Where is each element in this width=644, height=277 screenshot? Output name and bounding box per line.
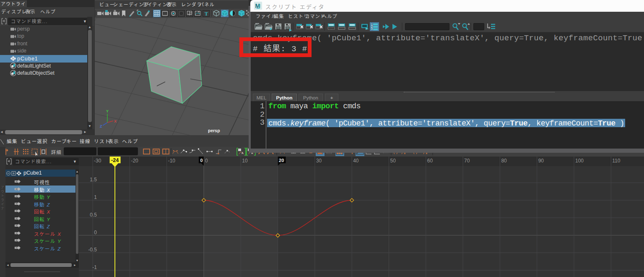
svg-text:70: 70 (464, 158, 470, 164)
svg-text:1: 1 (94, 194, 97, 200)
svg-text:-24: -24 (111, 157, 119, 163)
svg-text:A: A (242, 152, 244, 154)
svg-text:110: 110 (612, 158, 620, 164)
svg-text:persp: persp (208, 128, 220, 133)
svg-text:-0.5: -0.5 (88, 247, 97, 253)
svg-text:X: X (114, 119, 117, 123)
svg-text:123: 123 (371, 23, 373, 30)
svg-text:10: 10 (242, 158, 248, 164)
svg-text:-10: -10 (168, 158, 176, 164)
svg-text:40: 40 (353, 158, 359, 164)
svg-text:60: 60 (427, 158, 433, 164)
svg-text:90: 90 (538, 158, 544, 164)
svg-text:50: 50 (390, 158, 396, 164)
svg-text:80: 80 (501, 158, 507, 164)
svg-text:T: T (205, 11, 208, 17)
svg-text:0: 0 (205, 158, 208, 164)
svg-text:0.5: 0.5 (90, 212, 97, 218)
svg-text:Y: Y (106, 109, 109, 113)
svg-text:-1: -1 (92, 264, 97, 270)
svg-text:20: 20 (279, 158, 284, 163)
svg-text:0: 0 (200, 158, 203, 163)
svg-text:30: 30 (316, 158, 322, 164)
svg-text:1.5: 1.5 (90, 177, 97, 183)
svg-text:100: 100 (575, 158, 584, 164)
svg-text:0: 0 (94, 230, 97, 235)
svg-text:Z: Z (100, 124, 102, 128)
svg-text:-20: -20 (131, 158, 138, 164)
svg-text:-30: -30 (94, 158, 101, 164)
